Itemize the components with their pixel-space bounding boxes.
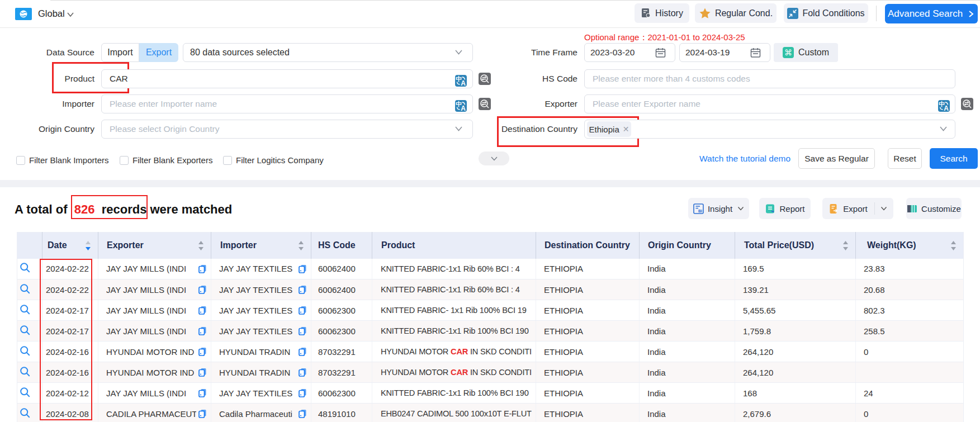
svg-text:⌘: ⌘ bbox=[784, 48, 792, 57]
svg-text:A: A bbox=[944, 105, 949, 112]
svg-text:A: A bbox=[461, 79, 466, 87]
svg-text:A: A bbox=[461, 105, 466, 112]
svg-text:BI: BI bbox=[698, 209, 702, 213]
